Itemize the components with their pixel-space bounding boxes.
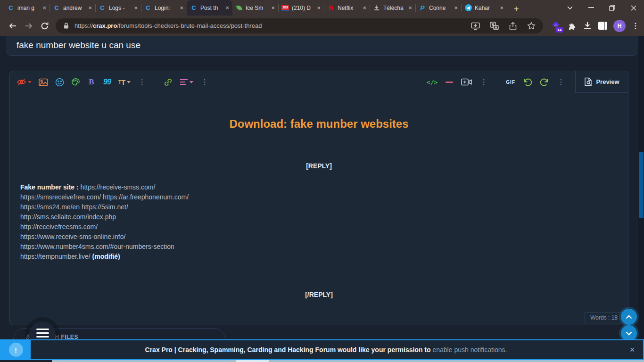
browser-menu-icon[interactable]: ⋮	[632, 21, 639, 30]
new-tab-button[interactable]: +	[510, 2, 523, 16]
chevron-up-icon	[626, 315, 632, 319]
toolbar-more3-icon[interactable]: ⋮	[479, 77, 488, 87]
toolbar-more2-icon[interactable]: ⋮	[200, 77, 209, 87]
back-icon[interactable]	[5, 18, 21, 34]
editor-text-line: https://www.receive-sms-online.info/	[20, 232, 189, 242]
tab-favicon-telegram	[464, 4, 472, 12]
tab-title: iman g	[17, 5, 40, 11]
minimize-button[interactable]	[580, 0, 602, 16]
tab-favicon-leaf	[236, 5, 242, 11]
tab-favicon-paypal: P	[419, 4, 426, 12]
tab-search-chevron-icon[interactable]	[559, 0, 580, 16]
tab-close-icon[interactable]: ×	[363, 5, 366, 11]
tab-close-icon[interactable]: ×	[225, 5, 229, 11]
editor-text-line: https://sms24.me/en https://5sim.net/	[20, 202, 189, 212]
tab-favicon-crax: C	[144, 4, 152, 12]
browser-tab[interactable]: Ciman g×	[4, 0, 50, 16]
scroll-to-top-button[interactable]	[621, 309, 637, 325]
vpn-extension-icon[interactable]: 14	[551, 21, 561, 31]
tab-close-icon[interactable]: ×	[500, 5, 504, 11]
toolbar-more4-icon[interactable]: ⋮	[557, 77, 565, 87]
list-align-icon[interactable]	[180, 77, 193, 87]
bottom-strip-highlight	[236, 360, 269, 362]
redo-icon[interactable]	[540, 77, 549, 87]
chevron-down-icon	[626, 331, 632, 336]
tab-title: Kahar	[475, 5, 497, 11]
gif-button[interactable]: GIF	[506, 77, 515, 87]
browser-tab[interactable]: Télécha×	[370, 0, 415, 16]
translate-icon[interactable]	[490, 22, 499, 30]
tab-close-icon[interactable]: ×	[42, 5, 46, 11]
lock-icon	[63, 22, 69, 29]
tab-close-icon[interactable]: ×	[134, 5, 138, 11]
browser-tab[interactable]: Candrew×	[50, 0, 95, 16]
browser-tab[interactable]: Kahar×	[461, 0, 507, 16]
insert-link-icon[interactable]	[164, 77, 173, 87]
browser-tab[interactable]: PConne×	[415, 0, 461, 16]
extensions-puzzle-icon[interactable]	[567, 21, 577, 31]
tab-close-icon[interactable]: ×	[271, 5, 275, 11]
tab-close-icon[interactable]: ×	[88, 5, 92, 11]
tab-close-icon[interactable]: ×	[317, 5, 321, 11]
editor-text-line: http://receivefreesms.com/	[20, 222, 189, 232]
reply-open-tag: [REPLY]	[10, 162, 628, 170]
browser-tab[interactable]: CLogin:×	[141, 0, 187, 16]
browser-tab[interactable]: NNetflix×	[324, 0, 370, 16]
url-text: https://crax.pro/forums/tools-checkers-b…	[74, 22, 262, 29]
tab-title: Netflix	[338, 5, 360, 11]
text-color-palette-icon[interactable]	[71, 77, 80, 87]
share-icon[interactable]	[509, 22, 517, 30]
preview-button[interactable]: Preview	[575, 71, 628, 93]
browser-tab[interactable]: CLogs -×	[95, 0, 141, 16]
scrollbar-thumb[interactable]	[639, 152, 644, 218]
exclamation-icon: !	[9, 343, 23, 357]
bold-icon[interactable]: B	[87, 77, 96, 87]
reply-close-tag: [/REPLY]	[10, 291, 628, 298]
notification-message: Crax Pro | Cracking, Spamming, Carding a…	[31, 346, 621, 354]
tab-favicon-netflix: N	[327, 4, 335, 12]
insert-media-icon[interactable]	[461, 77, 472, 87]
page-scrollbar[interactable]	[638, 36, 644, 362]
browser-tab[interactable]: 209(210) D×	[278, 0, 324, 16]
editor-text-line: https://tempnumber.live/ (modifié)	[20, 252, 189, 262]
scroll-to-bottom-button[interactable]	[621, 325, 637, 341]
extension-badge: 14	[556, 27, 563, 33]
code-icon[interactable]: </>	[427, 77, 438, 87]
post-editor[interactable]: B 99 TT ⋮ ⋮	[9, 71, 628, 325]
spoiler-caret-icon	[28, 81, 32, 83]
post-body[interactable]: Fake number site : https://receive-smss.…	[20, 182, 189, 262]
emoji-icon[interactable]	[55, 77, 64, 87]
browser-tab[interactable]: CPost th×	[187, 0, 232, 16]
side-panel-icon[interactable]	[598, 22, 607, 30]
restore-button[interactable]	[602, 0, 623, 16]
browser-tab[interactable]: Ice Sm×	[232, 0, 278, 16]
horizontal-rule-icon[interactable]	[445, 77, 454, 87]
tab-close-icon[interactable]: ×	[454, 5, 458, 11]
downloads-icon[interactable]	[583, 21, 592, 30]
tab-favicon-badge209: 209	[281, 5, 289, 11]
font-size-icon[interactable]: TT	[118, 77, 131, 87]
list-caret-icon	[190, 81, 193, 83]
insert-image-icon[interactable]	[39, 77, 48, 87]
forward-icon[interactable]	[21, 18, 37, 34]
quote-icon[interactable]: 99	[103, 77, 111, 87]
tab-favicon-crax: C	[53, 4, 60, 12]
reload-icon[interactable]	[37, 18, 53, 34]
enable-notifications-link[interactable]: enable push notifications.	[431, 346, 507, 354]
thread-title-input[interactable]: fake number website u can use	[7, 36, 637, 56]
editor-text-line: http://sms.sellaite.com/index.php	[20, 212, 189, 222]
spoiler-eye-icon[interactable]	[17, 77, 32, 87]
close-window-button[interactable]	[623, 0, 644, 16]
tab-close-icon[interactable]: ×	[180, 5, 183, 11]
tab-title: andrew	[63, 5, 85, 11]
undo-icon[interactable]	[523, 77, 532, 87]
profile-avatar[interactable]: H	[613, 20, 626, 32]
url-field[interactable]: https://crax.pro/forums/tools-checkers-b…	[56, 18, 543, 33]
bookmark-star-icon[interactable]	[527, 22, 536, 30]
toolbar-more-icon[interactable]: ⋮	[138, 77, 146, 87]
notification-close-icon[interactable]: ×	[621, 345, 643, 355]
thread-title-text: fake number website u can use	[7, 36, 637, 55]
install-icon[interactable]	[471, 22, 480, 30]
tab-close-icon[interactable]: ×	[408, 5, 412, 11]
hamburger-icon	[36, 329, 49, 330]
